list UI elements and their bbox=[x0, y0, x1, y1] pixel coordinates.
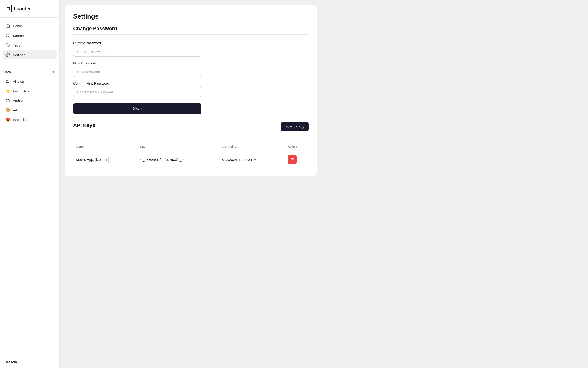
save-button[interactable]: Save bbox=[73, 103, 202, 114]
api-row-key: **_633c49e2f2ef0d753cfa_** bbox=[137, 151, 219, 168]
api-table-body: Mobile App: (ktpqphri) **_633c49e2f2ef0d… bbox=[73, 151, 309, 168]
sidebar-item-search[interactable]: Search bbox=[3, 31, 57, 40]
change-password-divider bbox=[73, 34, 309, 35]
api-keys-table: Name Key Created At Action Mobile App: (… bbox=[73, 143, 309, 168]
tag-icon bbox=[6, 43, 10, 47]
list-item-watchlist-label: Watchlist bbox=[13, 118, 27, 122]
list-item-art[interactable]: 🎨 Art bbox=[3, 105, 57, 115]
art-icon: 🎨 bbox=[6, 108, 10, 112]
sidebar-footer: Bassem ··· bbox=[0, 356, 59, 368]
delete-api-key-button[interactable] bbox=[288, 155, 296, 164]
api-keys-header: API Keys New API Key bbox=[73, 122, 309, 131]
search-icon bbox=[6, 33, 10, 38]
settings-card: Settings Change Password Current Passwor… bbox=[65, 6, 317, 175]
sidebar-item-search-label: Search bbox=[13, 34, 24, 37]
api-row-created: 3/22/2024, 3:09:03 PM bbox=[219, 151, 285, 168]
current-password-group: Current Password bbox=[73, 41, 309, 57]
list-item-all-lists-label: All Lists bbox=[13, 80, 25, 83]
list-item-favourites[interactable]: ⭐ Favourites bbox=[3, 86, 57, 96]
home-icon bbox=[6, 24, 10, 28]
list-item-watchlist[interactable]: 😍 Watchlist bbox=[3, 115, 57, 124]
new-api-key-button[interactable]: New API Key bbox=[281, 122, 309, 131]
sidebar-item-settings[interactable]: Settings bbox=[3, 50, 57, 59]
api-row-name: Mobile App: (ktpqphri) bbox=[73, 151, 137, 168]
api-row-action bbox=[285, 151, 309, 168]
app-name: hoarder bbox=[14, 6, 31, 11]
api-table-head: Name Key Created At Action bbox=[73, 143, 309, 151]
confirm-password-input[interactable] bbox=[73, 87, 202, 97]
sidebar-item-tags[interactable]: Tags bbox=[3, 41, 57, 50]
table-row: Mobile App: (ktpqphri) **_633c49e2f2ef0d… bbox=[73, 151, 309, 168]
watchlist-icon: 😍 bbox=[6, 117, 10, 122]
list-item-art-label: Art bbox=[13, 108, 17, 112]
current-password-label: Current Password bbox=[73, 41, 309, 45]
lists-header: Lists + bbox=[0, 67, 59, 76]
add-list-button[interactable]: + bbox=[50, 69, 57, 75]
main-content: Settings Change Password Current Passwor… bbox=[60, 0, 588, 368]
lists-container: 🗂 All Lists ⭐ Favourites 🗃 Archive 🎨 Art… bbox=[0, 76, 59, 125]
col-key: Key bbox=[137, 143, 219, 151]
api-table-header-row: Name Key Created At Action bbox=[73, 143, 309, 151]
list-item-archive[interactable]: 🗃 Archive bbox=[3, 96, 57, 105]
col-created: Created At bbox=[219, 143, 285, 151]
user-name: Bassem bbox=[5, 360, 17, 364]
change-password-title: Change Password bbox=[73, 26, 309, 32]
lists-title: Lists bbox=[3, 70, 11, 74]
more-options-button[interactable]: ··· bbox=[50, 359, 55, 364]
col-action: Action bbox=[285, 143, 309, 151]
archive-icon: 🗃 bbox=[6, 98, 10, 103]
trash-icon bbox=[290, 158, 294, 161]
list-item-favourites-label: Favourites bbox=[13, 89, 29, 93]
page-title: Settings bbox=[73, 13, 309, 20]
new-password-group: New Password bbox=[73, 61, 309, 77]
new-password-input[interactable] bbox=[73, 67, 202, 77]
logo-icon-inner bbox=[7, 7, 10, 10]
svg-line-1 bbox=[9, 37, 10, 37]
list-item-all-lists[interactable]: 🗂 All Lists bbox=[3, 77, 57, 86]
settings-icon bbox=[6, 53, 10, 57]
svg-point-3 bbox=[7, 54, 9, 55]
sidebar: hoarder Home Search Tags Settings bbox=[0, 0, 60, 368]
logo-icon bbox=[5, 5, 12, 12]
api-keys-title: API Keys bbox=[73, 122, 95, 128]
logo: hoarder bbox=[0, 0, 59, 18]
current-password-input[interactable] bbox=[73, 47, 202, 57]
sidebar-item-settings-label: Settings bbox=[13, 53, 25, 57]
main-nav: Home Search Tags Settings bbox=[0, 18, 59, 63]
api-keys-divider bbox=[73, 136, 309, 136]
confirm-password-label: Confirm New Password bbox=[73, 81, 309, 85]
list-item-archive-label: Archive bbox=[13, 99, 24, 102]
api-keys-section: API Keys New API Key Name Key Created At… bbox=[73, 122, 309, 168]
favourites-icon: ⭐ bbox=[6, 88, 10, 93]
nav-divider bbox=[3, 65, 57, 65]
sidebar-item-tags-label: Tags bbox=[13, 43, 20, 47]
confirm-password-group: Confirm New Password bbox=[73, 81, 309, 97]
sidebar-item-home-label: Home bbox=[13, 24, 22, 28]
all-lists-icon: 🗂 bbox=[6, 79, 10, 84]
col-name: Name bbox=[73, 143, 137, 151]
sidebar-item-home[interactable]: Home bbox=[3, 21, 57, 30]
new-password-label: New Password bbox=[73, 61, 309, 65]
